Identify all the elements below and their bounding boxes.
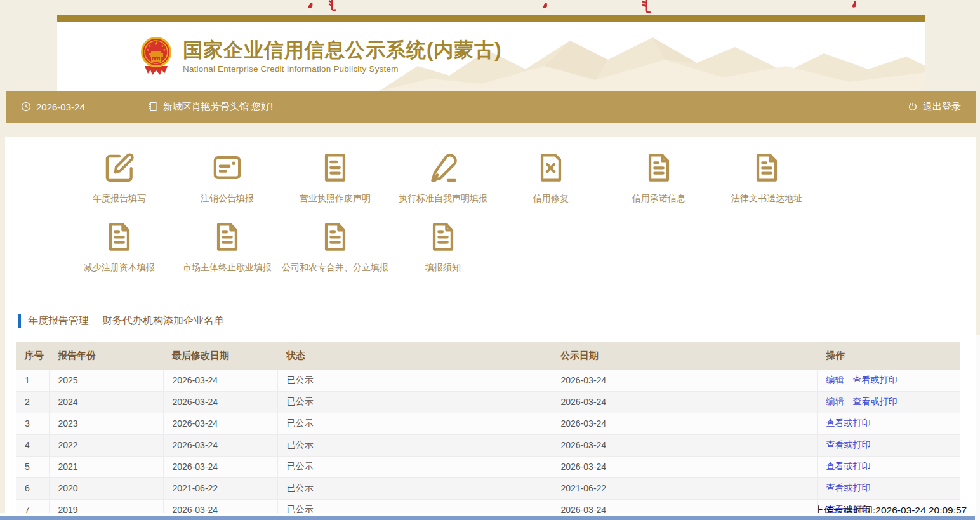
table-cell-year: 2023 (49, 413, 163, 434)
table-cell-status: 已公示 (277, 434, 552, 456)
table-cell-actions: 查看或打印 (817, 456, 960, 477)
quick-action-label: 减少注册资本填报 (84, 262, 155, 274)
table-cell-modified: 2026-03-24 (163, 370, 277, 391)
table-cell-status: 已公示 (277, 370, 552, 391)
table-cell-year: 2021 (49, 456, 163, 477)
table-header-cell: 报告年份 (49, 342, 163, 370)
edit-square-icon (102, 150, 136, 185)
table-row: 220242026-03-24已公示2026-03-24编辑查看或打印 (16, 391, 960, 413)
scrollbar-track[interactable] (976, 335, 980, 520)
table-cell-year: 2022 (49, 434, 163, 456)
quick-action-label: 营业执照作废声明 (300, 193, 371, 204)
table-cell-year: 2020 (49, 477, 163, 499)
document-x-icon (534, 150, 568, 185)
table-cell-modified: 2026-03-24 (163, 413, 277, 434)
edit-link[interactable]: 编辑 (826, 375, 844, 385)
quick-action-item[interactable]: 法律文书送达地址 (713, 150, 821, 204)
table-cell-status: 已公示 (277, 391, 552, 413)
tab-financial-agency-enterprise-list[interactable]: 财务代办机构添加企业名单 (102, 314, 224, 328)
national-emblem-logo: ★ ★ ★ ★ ★ (138, 36, 174, 77)
user-bar: 2026-03-24 新城区肖艳芳骨头馆 您好! 退出登录 (6, 91, 976, 123)
table-cell-status: 已公示 (277, 477, 552, 499)
table-cell-no: 5 (16, 456, 49, 477)
mongolian-script-glyph (851, 0, 858, 11)
quick-action-item[interactable]: 信用修复 (497, 150, 605, 204)
tab-bar: 年度报告管理 财务代办机构添加企业名单 (18, 314, 237, 328)
main-content: 年度报告填写注销公告填报营业执照作废声明执行标准自我声明填报信用修复信用承诺信息… (5, 137, 976, 520)
table-row: 120252026-03-24已公示2026-03-24编辑查看或打印 (16, 370, 960, 391)
view-or-print-link[interactable]: 查看或打印 (826, 418, 871, 428)
view-or-print-link[interactable]: 查看或打印 (853, 396, 897, 406)
table-cell-publish: 2026-03-24 (552, 370, 817, 391)
table-cell-modified: 2021-06-22 (163, 477, 277, 499)
user-greeting: 新城区肖艳芳骨头馆 您好! (147, 101, 273, 113)
quick-action-label: 市场主体终止歇业填报 (183, 262, 272, 274)
view-or-print-link[interactable]: 查看或打印 (826, 461, 871, 471)
quick-action-item[interactable]: 信用承诺信息 (605, 150, 713, 204)
quick-action-label: 公司和农专合并、分立填报 (282, 262, 388, 274)
table-cell-actions: 查看或打印 (817, 434, 960, 456)
quick-action-label: 注销公告填报 (201, 193, 254, 204)
quick-actions-grid: 年度报告填写注销公告填报营业执照作废声明执行标准自我声明填报信用修复信用承诺信息… (5, 137, 976, 274)
table-cell-modified: 2026-03-24 (163, 391, 277, 413)
table-cell-publish: 2021-06-22 (552, 477, 817, 499)
tab-annual-report-management[interactable]: 年度报告管理 (28, 314, 89, 328)
quick-action-item[interactable]: 年度报告填写 (65, 150, 173, 204)
bottom-edge-bar (0, 516, 975, 520)
company-book-icon (147, 101, 159, 112)
table-cell-no: 3 (16, 413, 49, 434)
table-cell-year: 2025 (49, 370, 163, 391)
mongolian-script-glyph (307, 0, 314, 11)
table-cell-actions: 查看或打印 (817, 477, 960, 499)
document-fold-icon (102, 220, 136, 254)
table-cell-actions: 编辑查看或打印 (817, 370, 960, 391)
quick-action-item[interactable]: 公司和农专合并、分立填报 (281, 220, 389, 274)
svg-text:★: ★ (154, 40, 159, 46)
quick-action-item[interactable]: 市场主体终止歇业填报 (173, 220, 281, 274)
table-header-cell: 序号 (16, 342, 49, 370)
table-cell-actions: 查看或打印 (817, 413, 960, 434)
table-cell-publish: 2026-03-24 (552, 434, 817, 456)
quick-action-item[interactable]: 执行标准自我声明填报 (389, 150, 497, 204)
quick-action-label: 填报须知 (425, 262, 461, 274)
quick-action-label: 执行标准自我声明填报 (399, 193, 487, 204)
svg-text:★: ★ (163, 48, 166, 51)
quick-action-label: 年度报告填写 (93, 193, 146, 204)
quick-action-item[interactable]: 减少注册资本填报 (65, 220, 173, 274)
page: ★ ★ ★ ★ ★ 国家企业信用信息公示系统(内蒙古) National Ent… (0, 0, 980, 520)
table-row: 620202021-06-22已公示2021-06-22查看或打印 (16, 477, 960, 499)
table-header-cell: 操作 (817, 342, 960, 370)
table-cell-no: 1 (16, 370, 49, 391)
mongolian-script-glyph (328, 0, 336, 15)
table-cell-publish: 2026-03-24 (552, 456, 817, 477)
table-header-cell: 状态 (277, 342, 552, 370)
table-cell-status: 已公示 (277, 413, 552, 434)
logout-button[interactable]: 退出登录 (907, 101, 961, 113)
document-fold-icon (642, 150, 676, 185)
edit-link[interactable]: 编辑 (826, 396, 844, 406)
table-row: 420222026-03-24已公示2026-03-24查看或打印 (16, 434, 960, 456)
mongolian-script-glyph (641, 0, 651, 17)
table-cell-status: 已公示 (277, 456, 552, 477)
header: ★ ★ ★ ★ ★ 国家企业信用信息公示系统(内蒙古) National Ent… (57, 15, 925, 91)
annual-report-table: 序号报告年份最后修改日期状态公示日期操作 120252026-03-24已公示2… (16, 342, 960, 520)
document-fold-icon (318, 220, 352, 254)
document-fold-icon (210, 220, 244, 254)
svg-text:★: ★ (147, 48, 150, 51)
view-or-print-link[interactable]: 查看或打印 (853, 375, 897, 385)
view-or-print-link[interactable]: 查看或打印 (826, 483, 871, 493)
quick-action-item[interactable]: 填报须知 (389, 220, 497, 274)
clock-icon (20, 101, 32, 112)
table-cell-modified: 2026-03-24 (163, 434, 277, 456)
header-top-strip (57, 15, 925, 22)
table-cell-no: 6 (16, 477, 49, 499)
table-header-cell: 最后修改日期 (163, 342, 277, 370)
quick-action-label: 信用承诺信息 (632, 193, 685, 204)
quick-action-item[interactable]: 注销公告填报 (173, 150, 281, 204)
document-fold-icon (426, 220, 460, 254)
quick-action-item[interactable]: 营业执照作废声明 (281, 150, 389, 204)
table-row: 520212026-03-24已公示2026-03-24查看或打印 (16, 456, 960, 477)
site-title: 国家企业信用信息公示系统(内蒙古) (183, 39, 502, 61)
view-or-print-link[interactable]: 查看或打印 (826, 439, 871, 450)
table-cell-actions: 编辑查看或打印 (817, 391, 960, 413)
